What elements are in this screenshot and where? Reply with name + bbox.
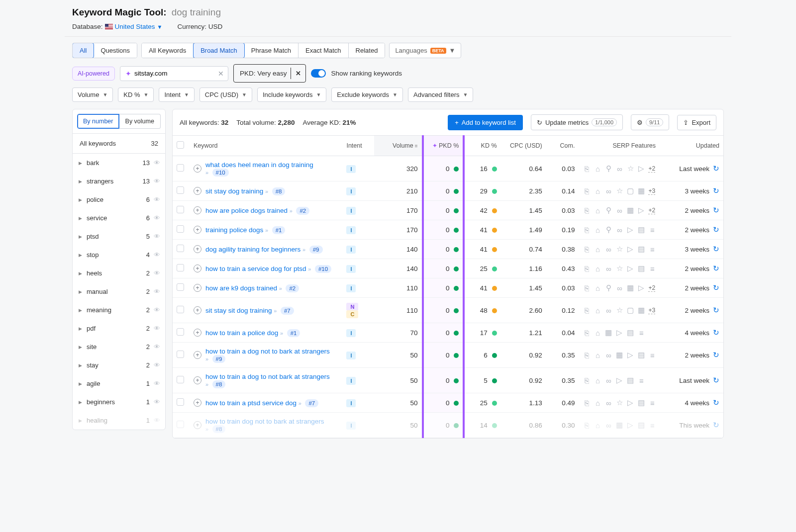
serp-open-icon[interactable]: ⎘ [583,206,591,215]
filter-intent[interactable]: Intent▼ [159,88,194,102]
col-volume[interactable]: Volume≡ [374,136,423,156]
sidebar-group-item[interactable]: ▶ agile 1 👁 [73,374,165,393]
tab-questions[interactable]: Questions [94,43,137,58]
expand-icon[interactable]: » [205,170,208,176]
add-keyword-icon[interactable]: + [194,245,201,253]
eye-icon[interactable]: 👁 [154,159,160,167]
add-keyword-icon[interactable]: + [194,421,201,429]
all-keywords-group[interactable]: All keywords 32 [73,134,165,154]
row-checkbox[interactable] [177,225,184,233]
serp-open-icon[interactable]: ⎘ [583,226,591,234]
add-keyword-icon[interactable]: + [194,284,201,292]
row-checkbox[interactable] [177,186,184,194]
eye-icon[interactable]: 👁 [154,380,160,387]
refresh-row-icon[interactable]: ↻ [713,264,719,273]
refresh-row-icon[interactable]: ↻ [713,351,719,359]
add-keyword-icon[interactable]: + [194,265,201,272]
eye-icon[interactable]: 👁 [154,398,160,406]
select-all-checkbox[interactable] [177,141,184,149]
expand-icon[interactable]: » [298,400,301,406]
serp-open-icon[interactable]: ⎘ [583,351,591,359]
keyword-link[interactable]: how to train a dog not to bark at strang… [205,348,330,355]
sidebar-group-item[interactable]: ▶ stop 4 👁 [73,246,165,264]
languages-dropdown[interactable]: Languages beta ▼ [389,43,461,58]
clear-domain-icon[interactable]: ✕ [218,70,224,78]
serp-more[interactable]: +2 [648,207,655,214]
columns-settings-button[interactable]: ⚙9/11 [631,114,669,130]
sidebar-group-item[interactable]: ▶ meaning 2 👁 [73,301,165,319]
expand-icon[interactable]: » [274,308,277,314]
serp-open-icon[interactable]: ⎘ [583,265,591,273]
refresh-row-icon[interactable]: ↻ [713,306,719,315]
keyword-link[interactable]: how to train dog not to bark at stranger… [205,418,324,425]
keyword-link[interactable]: what does heel mean in dog training [205,161,313,169]
filter-exclude[interactable]: Exclude keywords▼ [331,88,403,102]
keyword-link[interactable]: how to train a police dog [205,329,278,337]
eye-icon[interactable]: 👁 [154,177,160,185]
eye-icon[interactable]: 👁 [154,417,160,424]
refresh-row-icon[interactable]: ↻ [713,245,719,254]
tab-related[interactable]: Related [349,43,385,58]
row-checkbox[interactable] [177,283,184,291]
eye-icon[interactable]: 👁 [154,251,160,259]
serp-more[interactable]: +2 [648,284,655,292]
serp-more[interactable]: +3 [648,187,655,195]
eye-icon[interactable]: 👁 [154,325,160,332]
eye-icon[interactable]: 👁 [154,288,160,295]
expand-icon[interactable]: » [302,247,305,253]
serp-open-icon[interactable]: ⎘ [583,421,591,430]
add-keyword-icon[interactable]: + [194,187,201,195]
serp-open-icon[interactable]: ⎘ [583,306,591,315]
tab-all[interactable]: All [72,43,94,58]
serp-more[interactable]: +2 [648,165,655,173]
add-keyword-icon[interactable]: + [194,351,201,359]
add-keyword-icon[interactable]: + [194,376,201,384]
filter-cpc[interactable]: CPC (USD)▼ [199,88,252,102]
row-checkbox[interactable] [177,351,184,358]
expand-icon[interactable]: » [265,188,268,194]
row-checkbox[interactable] [177,328,184,336]
sidebar-group-item[interactable]: ▶ site 2 👁 [73,338,165,356]
col-keyword[interactable]: Keyword [190,136,343,156]
col-updated[interactable]: Updated [665,136,723,156]
sidebar-group-item[interactable]: ▶ ptsd 5 👁 [73,227,165,246]
row-checkbox[interactable] [177,398,184,406]
col-intent[interactable]: Intent [342,136,374,156]
serp-open-icon[interactable]: ⎘ [583,399,591,407]
keyword-link[interactable]: dog agility training for beginners [205,246,300,253]
tab-exact-match[interactable]: Exact Match [298,43,349,58]
refresh-row-icon[interactable]: ↻ [713,225,719,234]
row-checkbox[interactable] [177,245,184,252]
row-checkbox[interactable] [177,421,184,428]
show-ranking-toggle[interactable] [311,69,326,78]
filter-kd[interactable]: KD %▼ [118,88,154,102]
expand-icon[interactable]: » [280,330,283,336]
sidebar-group-item[interactable]: ▶ strangers 13 👁 [73,172,165,190]
keyword-link[interactable]: how to train a dog to not bark at strang… [205,373,330,380]
filter-include[interactable]: Include keywords▼ [257,88,326,102]
refresh-row-icon[interactable]: ↻ [713,206,719,215]
serp-open-icon[interactable]: ⎘ [583,284,591,292]
eye-icon[interactable]: 👁 [154,233,160,240]
serp-open-icon[interactable]: ⎘ [583,165,591,173]
keyword-link[interactable]: how are police dogs trained [205,207,288,214]
expand-icon[interactable]: » [205,381,208,387]
update-metrics-button[interactable]: ↻Update metrics1/1,000 [531,114,623,130]
serp-more[interactable]: +3 [648,307,655,314]
sort-by-volume[interactable]: By volume [119,114,161,129]
expand-icon[interactable]: » [308,266,311,272]
sidebar-group-item[interactable]: ▶ police 6 👁 [73,190,165,209]
keyword-link[interactable]: training police dogs [205,226,263,234]
expand-icon[interactable]: » [279,285,282,291]
add-keyword-icon[interactable]: + [194,206,201,214]
row-checkbox[interactable] [177,264,184,271]
eye-icon[interactable]: 👁 [154,196,160,203]
col-cpc[interactable]: CPC (USD) [501,136,546,156]
add-keyword-icon[interactable]: + [194,165,201,173]
col-serp[interactable]: SERP Features [579,136,665,156]
remove-pkd-filter[interactable]: ✕ [291,68,305,79]
col-com[interactable]: Com. [546,136,579,156]
keyword-link[interactable]: how are k9 dogs trained [205,284,277,292]
expand-icon[interactable]: » [265,227,268,233]
keyword-link[interactable]: how to train a ptsd service dog [205,399,297,407]
